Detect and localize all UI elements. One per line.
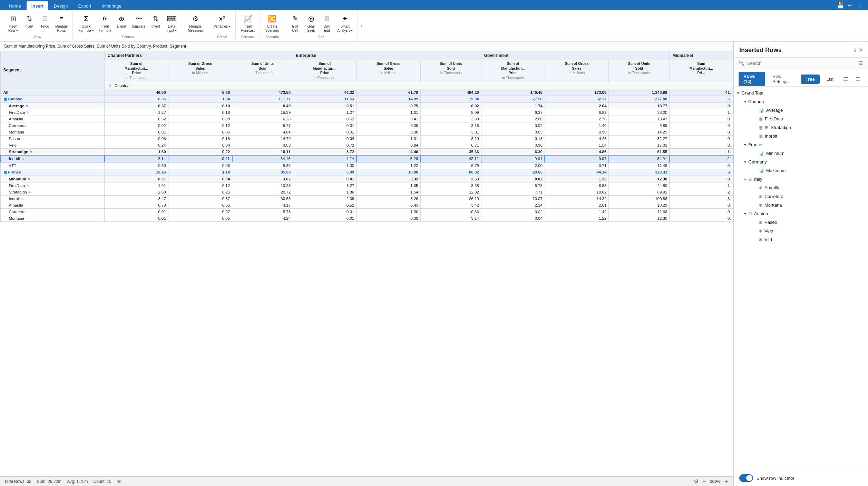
table-cell[interactable]: 1.27 [105, 109, 168, 116]
table-cell[interactable]: 0.41 [168, 155, 232, 162]
table-cell[interactable]: 3.01 [420, 129, 481, 135]
table-cell[interactable]: 0.04 [481, 215, 545, 221]
table-cell[interactable]: 0.52 [105, 116, 168, 122]
table-cell[interactable]: 12.66 [609, 208, 670, 215]
table-cell[interactable]: 9.89 [609, 122, 670, 129]
table-cell[interactable]: 3.14 [420, 215, 481, 221]
expand-icon[interactable]: ▣ [3, 97, 7, 101]
table-cell[interactable]: 26.10 [420, 195, 481, 202]
tab-row-settings[interactable]: Row Settings [768, 72, 798, 86]
table-cell[interactable]: 0.96 [545, 129, 609, 135]
table-cell[interactable]: 7.71 [481, 189, 545, 195]
table-row[interactable]: Average✎0.370.108.490.510.756.021.742.64… [0, 102, 733, 109]
tree-node-amarilla[interactable]: ⊕Amarilla [734, 184, 868, 192]
table-cell[interactable]: 0.72 [293, 142, 357, 148]
table-cell[interactable]: 2.14 [105, 155, 168, 162]
table-cell[interactable]: 1.14 [168, 169, 232, 176]
table-cell[interactable]: 0.24 [105, 142, 168, 148]
grid-icon[interactable]: ⊞ [765, 125, 769, 130]
table-cell[interactable]: 2.64 [545, 102, 609, 109]
table-row[interactable]: Minimum✎0.010.043.020.010.322.530.021.22… [0, 176, 733, 182]
table-cell[interactable]: 10.23 [232, 182, 293, 189]
table-cell[interactable]: 0.50 [105, 162, 168, 169]
table-cell[interactable]: 32.27 [609, 135, 670, 142]
table-cell[interactable]: 27.58 [481, 96, 545, 102]
table-row[interactable]: Inorbit✎2.140.4134.164.245.2642.129.019.… [0, 155, 733, 162]
nav-tab-home[interactable]: Home [4, 1, 26, 10]
table-cell[interactable]: 14.29 [609, 129, 670, 135]
table-cell[interactable]: 10.00 [357, 169, 421, 176]
table-cell[interactable]: 0.05 [168, 202, 232, 208]
table-cell[interactable]: 1.86 [293, 189, 357, 195]
measure-icon[interactable]: 📊 [759, 108, 764, 113]
table-cell[interactable]: 0.01 [293, 176, 357, 182]
add-icon[interactable]: ⊕ [759, 228, 762, 234]
table-cell[interactable]: 8.09 [420, 109, 481, 116]
table-cell[interactable]: 8.49 [232, 102, 293, 109]
table-cell[interactable]: 6. [670, 96, 733, 102]
tree-expand-icon[interactable]: ▾ [744, 160, 746, 165]
table-cell[interactable]: 12.30 [609, 215, 670, 221]
tree-node-austria[interactable]: ▾⊕Austria [734, 209, 868, 218]
table-cell[interactable]: 6.28 [232, 116, 293, 122]
table-cell[interactable]: 17.01 [609, 142, 670, 148]
table-cell[interactable]: 3.03 [232, 142, 293, 148]
undo-icon[interactable]: ↩ [848, 1, 853, 9]
table-cell[interactable]: 30.63 [232, 195, 293, 202]
tab-rows[interactable]: Rows (14) [739, 72, 765, 86]
table-cell[interactable]: 0. [670, 176, 733, 182]
table-row[interactable]: VTT0.500.065.351.001.229.792.000.7111.48… [0, 162, 733, 169]
smart-analysis-button[interactable]: ✦ SmartAnalysis ▾ [335, 12, 355, 34]
table-cell[interactable]: 0.02 [481, 122, 545, 129]
tree-node-grand-total[interactable]: ▾Grand Total [734, 89, 868, 97]
add-icon[interactable]: ⊕ [748, 177, 752, 182]
table-cell[interactable]: 5.73 [481, 182, 545, 189]
table-row[interactable]: Carretera0.010.075.730.011.3010.360.021.… [0, 208, 733, 215]
table-cell[interactable]: 14.32 [545, 195, 609, 202]
manage-measures-button[interactable]: ⚙ ManageMeasures [186, 12, 205, 34]
search-options-button[interactable]: ☰ [859, 60, 863, 66]
table-cell[interactable]: 100.86 [609, 195, 670, 202]
table-cell[interactable]: 3.42 [420, 202, 481, 208]
table-cell[interactable]: 111.71 [232, 96, 293, 102]
simulate-button[interactable]: 〜 Simulate [130, 12, 147, 30]
table-cell[interactable]: 9.01 [481, 155, 545, 162]
table-cell[interactable]: 0.78 [105, 202, 168, 208]
tree-expand-icon[interactable]: ▾ [744, 211, 746, 216]
country-checkbox-icon[interactable]: ☑ [107, 83, 111, 88]
table-cell[interactable]: 4.84 [232, 129, 293, 135]
table-cell[interactable]: 9.04 [545, 155, 609, 162]
table-cell[interactable]: 119.94 [420, 96, 481, 102]
table-cell[interactable]: 473.58 [232, 89, 293, 96]
table-cell[interactable]: 10.07 [481, 195, 545, 202]
table-cell[interactable]: 0. [670, 122, 733, 129]
table-cell[interactable]: 18.11 [232, 148, 293, 155]
tree-node-montana[interactable]: ⊕Montana [734, 201, 868, 209]
measure-icon[interactable]: 📊 [759, 168, 764, 173]
table-cell[interactable]: 277.88 [609, 96, 670, 102]
table-cell[interactable]: 0.25 [168, 189, 232, 195]
expand-ribbon-icon[interactable]: › [360, 22, 362, 29]
table-cell[interactable]: 0.04 [293, 135, 357, 142]
add-icon[interactable]: ⊕ [759, 194, 762, 199]
table-cell[interactable]: 0.37 [105, 102, 168, 109]
tree-node-maximum[interactable]: 📊Maximum [734, 166, 868, 175]
table-cell[interactable]: 46.32 [293, 89, 357, 96]
table-row[interactable]: Montana0.010.064.840.010.383.010.050.961… [0, 129, 733, 135]
table-cell[interactable]: 12.32 [420, 189, 481, 195]
table-cell[interactable]: 61.78 [357, 89, 421, 96]
table-cell[interactable]: 0.22 [168, 148, 232, 155]
tree-node-inorbit[interactable]: ▦Inorbit [734, 132, 868, 140]
tree-node-vtt[interactable]: ⊕VTT [734, 235, 868, 244]
tree-node-velo[interactable]: ⊕Velo [734, 227, 868, 235]
table-cell[interactable]: 6.37 [481, 109, 545, 116]
tree-node-germany[interactable]: ▾Germany [734, 158, 868, 166]
table-cell[interactable]: 0.02 [481, 176, 545, 182]
data-input-button[interactable]: ⌨ DataInput ▾ [164, 12, 179, 34]
tree-node-firstdata[interactable]: ▦FirstData [734, 115, 868, 123]
table-row[interactable]: Stratadign✎1.600.2218.113.724.4635.666.3… [0, 148, 733, 155]
table-cell[interactable]: 12.30 [609, 176, 670, 182]
table-cell[interactable]: 0. [670, 142, 733, 148]
edit-row-icon[interactable]: ✎ [21, 157, 24, 161]
table-cell[interactable]: 140.45 [481, 89, 545, 96]
